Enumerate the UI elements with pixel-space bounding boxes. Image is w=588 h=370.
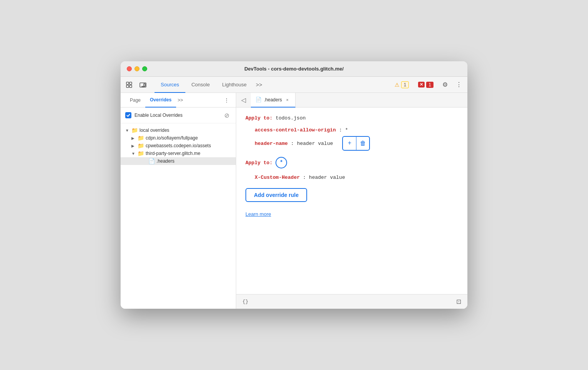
error-icon: ✕ xyxy=(418,82,425,87)
learn-more-link[interactable]: Learn more xyxy=(245,211,271,217)
folder-icon: 📁 xyxy=(138,143,144,149)
file-icon: 📄 xyxy=(255,97,262,103)
header-row-name: header-name : header value + 🗑 xyxy=(245,136,458,151)
enable-overrides-row: Enable Local Overrides xyxy=(125,112,219,118)
header-name-custom: header-name xyxy=(255,141,288,146)
sidebar-more-button[interactable]: ⋮ xyxy=(222,96,231,105)
responsive-icon[interactable] xyxy=(138,79,148,90)
warning-count: 1 xyxy=(401,81,409,88)
header-name-x-custom: X-Custom-Header xyxy=(255,175,300,180)
header-action-buttons: + 🗑 xyxy=(342,136,370,151)
maximize-button[interactable] xyxy=(142,66,147,71)
tree-item-local-overrides[interactable]: ▼ 📁 local overrides xyxy=(121,126,236,134)
editor-body: Apply to: todos.json access-control-allo… xyxy=(236,108,467,294)
apply-label-2: Apply to: xyxy=(245,160,272,166)
sidebar-toggle-icon[interactable]: ◁ xyxy=(236,93,251,108)
editor-panel: ◁ 📄 .headers × Apply to: todos.json acce… xyxy=(236,93,467,309)
tab-sources[interactable]: Sources xyxy=(155,77,185,93)
add-override-container: Add override rule xyxy=(245,188,458,207)
sidebar: Page Overrides >> ⋮ Enable Local Overrid… xyxy=(121,93,236,309)
sidebar-tabs-more[interactable]: >> xyxy=(178,98,183,103)
error-badge[interactable]: ✕ 1 xyxy=(415,80,437,89)
traffic-lights xyxy=(127,66,147,71)
tree-arrow-right-icon: ▶ xyxy=(131,136,136,140)
svg-rect-6 xyxy=(144,84,145,86)
colon-1: : xyxy=(339,127,342,133)
header-name-access-control: access-control-allow-origin xyxy=(255,127,336,133)
tree-arrow-right-icon: ▶ xyxy=(131,144,136,148)
tab-icon-group xyxy=(124,79,148,90)
delete-header-button[interactable]: 🗑 xyxy=(356,137,369,150)
sidebar-tabs: Page Overrides >> ⋮ xyxy=(121,93,236,108)
tree-label: third-party-server.glitch.me xyxy=(146,151,200,156)
add-override-button[interactable]: Add override rule xyxy=(245,188,307,202)
sidebar-tab-actions: ⋮ xyxy=(222,96,231,105)
editor-tab-label: .headers xyxy=(264,97,282,103)
cursor-icon[interactable] xyxy=(124,79,134,90)
dock-icon[interactable]: ⊡ xyxy=(456,298,461,305)
warning-icon: ⚠ xyxy=(395,82,400,88)
svg-rect-1 xyxy=(129,82,132,84)
apply-to-row-1: Apply to: todos.json xyxy=(245,115,458,121)
titlebar: DevTools - cors-demo-devtools.glitch.me/ xyxy=(121,61,467,77)
header-row-x-custom: X-Custom-Header : header value xyxy=(245,175,458,180)
sidebar-toolbar: Enable Local Overrides ⊘ xyxy=(121,108,236,123)
tree-item-cdpn[interactable]: ▶ 📁 cdpn.io/sofiayem/fullpage xyxy=(121,134,236,142)
tree-item-third-party[interactable]: ▼ 📁 third-party-server.glitch.me xyxy=(121,150,236,157)
add-header-button[interactable]: + xyxy=(343,137,356,150)
close-button[interactable] xyxy=(127,66,132,71)
clear-overrides-button[interactable]: ⊘ xyxy=(222,111,231,120)
tab-console[interactable]: Console xyxy=(185,77,216,93)
bottom-bar: {} ⊡ xyxy=(236,294,467,309)
header-row-access-control: access-control-allow-origin : * xyxy=(245,127,458,133)
window-title: DevTools - cors-demo-devtools.glitch.me/ xyxy=(244,66,344,72)
tree-label: cdpn.io/sofiayem/fullpage xyxy=(146,135,198,141)
learn-more-container: Learn more xyxy=(245,211,458,217)
folder-icon: 📁 xyxy=(138,135,144,141)
tree-label: cpwebassets.codepen.io/assets xyxy=(146,143,211,148)
editor-tabs: ◁ 📄 .headers × xyxy=(236,93,467,108)
file-tree: ▼ 📁 local overrides ▶ 📁 cdpn.io/sofiayem… xyxy=(121,123,236,309)
folder-icon: 📁 xyxy=(138,150,144,156)
tabs-more-button[interactable]: >> xyxy=(253,82,265,88)
apply-to-row-2: Apply to: * xyxy=(245,157,458,168)
tree-item-headers[interactable]: ▶ 📄 .headers xyxy=(121,157,236,165)
enable-overrides-checkbox[interactable] xyxy=(125,112,131,118)
tabbar: Sources Console Lighthouse >> ⚠ 1 ✕ 1 ⚙ … xyxy=(121,77,467,93)
tree-label: .headers xyxy=(156,158,175,164)
colon-3: : xyxy=(303,175,306,180)
more-vert-icon[interactable]: ⋮ xyxy=(454,79,464,90)
colon-2: : xyxy=(291,141,294,146)
svg-rect-2 xyxy=(126,85,129,87)
sidebar-tab-page[interactable]: Page xyxy=(125,93,145,108)
editor-tab-headers[interactable]: 📄 .headers × xyxy=(251,93,296,108)
tab-lighthouse[interactable]: Lighthouse xyxy=(216,77,253,93)
svg-rect-3 xyxy=(129,85,132,87)
minimize-button[interactable] xyxy=(134,66,139,71)
format-button[interactable]: {} xyxy=(242,299,249,304)
svg-rect-0 xyxy=(126,82,129,84)
sidebar-tab-overrides[interactable]: Overrides xyxy=(145,93,176,108)
tree-arrow-down-icon: ▼ xyxy=(125,128,130,133)
header-value-x-custom: header value xyxy=(309,175,345,180)
header-value-access-control: * xyxy=(345,127,348,133)
enable-overrides-label: Enable Local Overrides xyxy=(134,113,183,118)
tree-item-cpweb[interactable]: ▶ 📁 cpwebassets.codepen.io/assets xyxy=(121,142,236,150)
apply-value-1: todos.json xyxy=(276,115,306,121)
tree-arrow-down-icon: ▼ xyxy=(131,151,136,156)
main-content: Page Overrides >> ⋮ Enable Local Overrid… xyxy=(121,93,467,309)
apply-value-asterisk[interactable]: * xyxy=(276,157,287,168)
tab-right-actions: ⚠ 1 ✕ 1 ⚙ ⋮ xyxy=(391,79,464,90)
devtools-window: DevTools - cors-demo-devtools.glitch.me/ xyxy=(121,61,467,309)
apply-label-1: Apply to: xyxy=(245,115,272,121)
close-tab-button[interactable]: × xyxy=(284,97,291,103)
warning-badge[interactable]: ⚠ 1 xyxy=(391,80,412,90)
settings-icon[interactable]: ⚙ xyxy=(440,79,450,90)
header-value-custom: header value xyxy=(297,141,333,146)
tree-label: local overrides xyxy=(139,128,169,133)
error-count: 1 xyxy=(426,82,433,88)
folder-icon: 📁 xyxy=(131,127,138,133)
file-icon: 📄 xyxy=(148,158,155,164)
